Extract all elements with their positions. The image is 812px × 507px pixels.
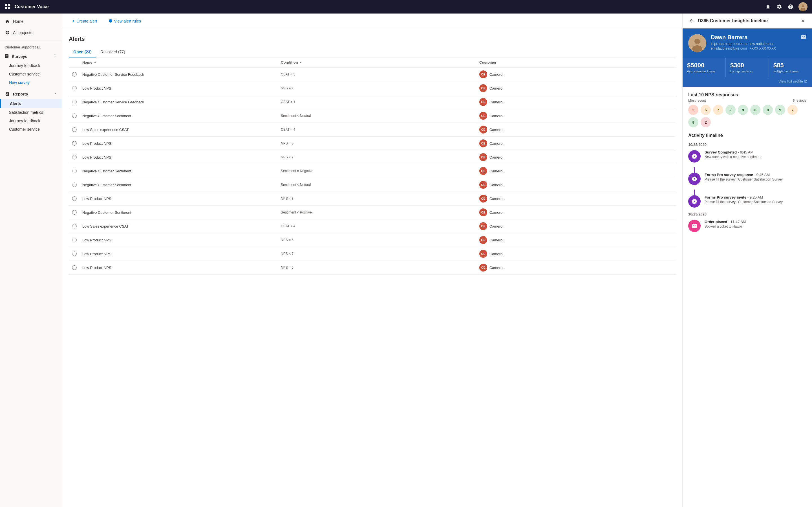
sidebar-item-journey-feedback-report[interactable]: Journey feedback (0, 117, 62, 125)
timeline-event-title: Forms Pro survey invite - 9:25 AM (705, 195, 806, 200)
row-condition: CSAT < 4 (278, 126, 477, 133)
table-row[interactable]: Low Product NPS NPS = 5 CE Camero... (69, 261, 675, 275)
row-condition: Sentiment < Positive (278, 209, 477, 216)
help-icon[interactable] (787, 3, 794, 10)
svg-rect-1 (8, 4, 10, 6)
timeline-event-desc: New survey with a negative sentiment (705, 155, 806, 159)
row-condition: CSAT = 1 (278, 98, 477, 106)
create-alert-icon: + (72, 18, 75, 24)
row-name: Negative Customer Sentiment (80, 112, 278, 120)
svg-point-5 (802, 4, 804, 7)
avatar[interactable] (799, 2, 808, 11)
table-row[interactable]: Negative Customer Sentiment Sentiment < … (69, 206, 675, 219)
row-checkbox[interactable] (69, 236, 80, 244)
row-customer: CE Camero... (477, 165, 675, 177)
row-name: Low Product NPS (80, 264, 278, 272)
header-name[interactable]: Name (80, 60, 278, 64)
panel-body: Last 10 NPS responses Most recent Previo… (682, 87, 812, 507)
timeline-event-desc: Please fill the survey: 'Customer Satisf… (705, 200, 806, 204)
profile-info: Dawn Barrera High earning customer, low … (711, 34, 806, 52)
sidebar-item-all-projects[interactable]: All projects (0, 27, 62, 38)
content-body: Alerts Open (23) Resolved (77) Name Cond… (62, 29, 682, 507)
row-checkbox[interactable] (69, 153, 80, 161)
timeline-icon (688, 220, 701, 232)
page-title: Alerts (69, 36, 675, 42)
tab-open[interactable]: Open (23) (69, 47, 96, 57)
row-checkbox[interactable] (69, 181, 80, 189)
row-checkbox[interactable] (69, 250, 80, 258)
row-checkbox[interactable] (69, 222, 80, 230)
table-row[interactable]: Negative Customer Sentiment Sentiment = … (69, 164, 675, 178)
row-name: Negative Customer Sentiment (80, 181, 278, 189)
svg-point-9 (692, 45, 702, 52)
table-row[interactable]: Negative Customer Sentiment Sentiment < … (69, 109, 675, 123)
row-customer: CE Camero... (477, 69, 675, 80)
timeline-item: Forms Pro survey response - 9:45 AM Plea… (688, 173, 806, 185)
row-checkbox[interactable] (69, 139, 80, 147)
table-row[interactable]: Low Sales experience CSAT CSAT < 4 CE Ca… (69, 219, 675, 233)
notification-icon[interactable] (765, 3, 771, 10)
svg-rect-0 (5, 4, 7, 6)
table-row[interactable]: Negative Customer Service Feedback CSAT … (69, 95, 675, 109)
sidebar-item-new-survey[interactable]: New survey (0, 78, 62, 87)
row-checkbox[interactable] (69, 167, 80, 175)
create-alert-button[interactable]: + Create alert (69, 17, 101, 25)
profile-email-icon[interactable] (801, 34, 806, 41)
sidebar-item-customer-service-report[interactable]: Customer service (0, 125, 62, 133)
timeline-event-desc: Please fill the survey: 'Customer Satisf… (705, 177, 806, 181)
table-row[interactable]: Negative Customer Service Feedback CSAT … (69, 68, 675, 81)
timeline-event-title: Survey Completed - 9:45 AM (705, 150, 806, 154)
row-condition: NPS < 7 (278, 154, 477, 161)
nps-dot: 6 (701, 105, 711, 115)
sidebar-item-customer-service-survey[interactable]: Customer service (0, 70, 62, 78)
table-row[interactable]: Low Sales experience CSAT CSAT < 4 CE Ca… (69, 123, 675, 136)
table-row[interactable]: Low Product NPS NPS < 7 CE Camero... (69, 247, 675, 261)
table-row[interactable]: Low Product NPS NPS = 5 CE Camero... (69, 136, 675, 151)
sidebar-item-home[interactable]: Home (0, 16, 62, 27)
timeline-date: 10/28/2020 (688, 143, 806, 147)
sidebar-item-satisfaction-metrics[interactable]: Satisfaction metrics (0, 108, 62, 117)
row-checkbox[interactable] (69, 70, 80, 78)
timeline-event-desc: Booked a ticket to Hawaii (705, 224, 806, 228)
panel-back-button[interactable] (688, 17, 695, 24)
table-row[interactable]: Low Product NPS NPS = 5 CE Camero... (69, 233, 675, 247)
row-customer: CE Camero... (477, 110, 675, 121)
row-checkbox[interactable] (69, 209, 80, 216)
panel-close-button[interactable] (800, 17, 806, 24)
apps-icon[interactable] (4, 3, 11, 10)
surveys-group-header[interactable]: Surveys (0, 52, 62, 61)
table-row[interactable]: Low Product NPS NPS < 7 CE Camero... (69, 151, 675, 164)
row-checkbox[interactable] (69, 84, 80, 92)
row-checkbox[interactable] (69, 98, 80, 106)
row-checkbox[interactable] (69, 112, 80, 120)
view-full-profile-link[interactable]: View full profile (778, 79, 808, 83)
sidebar-item-journey-feedback-survey[interactable]: Journey feedback (0, 61, 62, 70)
settings-icon[interactable] (776, 3, 783, 10)
row-checkbox[interactable] (69, 264, 80, 272)
sidebar-item-alerts[interactable]: Alerts (0, 99, 62, 108)
reports-group-header[interactable]: Reports (0, 89, 62, 99)
nps-dot: 9 (775, 105, 785, 115)
surveys-collapse-icon (54, 54, 57, 59)
tab-resolved[interactable]: Resolved (77) (96, 47, 130, 57)
profile-description: High earning customer, low satisfaction (711, 42, 806, 46)
row-condition: NPS = 5 (278, 264, 477, 271)
table-row[interactable]: Negative Customer Sentiment Sentiment < … (69, 178, 675, 192)
reports-icon (4, 91, 10, 97)
row-condition: NPS = 5 (278, 236, 477, 244)
view-alert-rules-button[interactable]: View alert rules (105, 17, 144, 25)
nps-dot: 8 (750, 105, 760, 115)
nps-dot: 8 (763, 105, 773, 115)
row-condition: Sentiment = Negative (278, 167, 477, 175)
row-condition: Sentiment < Netural (278, 181, 477, 188)
sort-icon (93, 61, 97, 64)
row-checkbox[interactable] (69, 194, 80, 203)
table-row[interactable]: Low Product NPS NPS = 2 CE Camero... (69, 81, 675, 95)
app-title: Customer Voice (15, 4, 761, 9)
projects-icon (4, 30, 10, 36)
row-checkbox[interactable] (69, 126, 80, 133)
row-condition: NPS = 5 (278, 140, 477, 147)
table-row[interactable]: Low Product NPS NPS < 3 CE Camero... (69, 192, 675, 206)
header-condition[interactable]: Condition (278, 60, 477, 64)
row-condition: Sentiment < Neutral (278, 112, 477, 119)
